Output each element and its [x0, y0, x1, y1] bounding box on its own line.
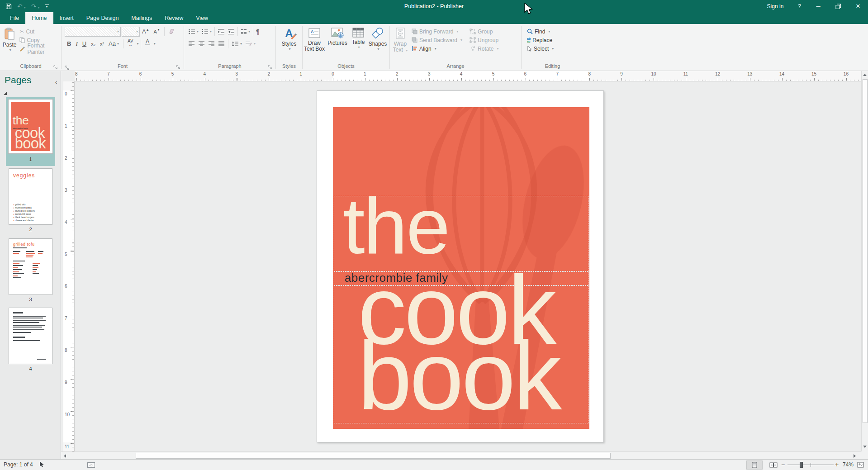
decrease-indent-button[interactable] — [218, 28, 225, 35]
tab-review[interactable]: Review — [158, 12, 190, 24]
horizontal-scrollbar[interactable] — [61, 451, 861, 459]
align-button[interactable]: Align▾ — [410, 44, 464, 53]
columns-button[interactable]: ▾ — [241, 28, 250, 35]
replace-button[interactable]: abac Replace — [526, 36, 583, 44]
align-center-button[interactable] — [198, 41, 205, 47]
scroll-up-icon[interactable] — [863, 74, 867, 76]
help-button[interactable]: ? — [791, 0, 808, 12]
tab-view[interactable]: View — [190, 12, 214, 24]
close-button[interactable]: ✕ — [848, 0, 868, 12]
superscript-button[interactable]: x² — [98, 39, 106, 49]
tab-file[interactable]: File — [4, 12, 25, 24]
horizontal-ruler: 87654321012345678910111213141516 — [75, 71, 861, 81]
scroll-left-icon[interactable] — [64, 454, 66, 458]
cut-button[interactable]: ✂ Cut — [18, 27, 61, 36]
bring-forward-button[interactable]: Bring Forward▾ — [410, 27, 464, 36]
change-case-button[interactable]: Aa▾ — [106, 39, 121, 49]
sign-in-button[interactable]: Sign in — [760, 0, 791, 12]
vertical-scrollbar-thumb[interactable] — [863, 79, 868, 423]
restore-button[interactable] — [828, 0, 848, 12]
canvas[interactable]: the abercrombie family cook book — [75, 81, 861, 451]
styles-icon: A — [285, 28, 293, 39]
tab-insert[interactable]: Insert — [53, 12, 80, 24]
special-characters-button[interactable]: ¶ — [256, 28, 260, 35]
grow-font-button[interactable]: A▲ — [140, 27, 152, 37]
select-button[interactable]: Select▾ — [526, 44, 583, 53]
wrap-text-button[interactable]: WrapText ▾ — [390, 25, 410, 62]
vertical-scrollbar[interactable] — [861, 71, 868, 451]
align-right-button[interactable] — [208, 41, 215, 47]
cover-background[interactable]: the abercrombie family cook book — [333, 107, 589, 429]
collapse-pages-panel-icon[interactable]: ‹ — [55, 79, 57, 85]
page-indicator[interactable]: Page: 1 of 4 — [4, 461, 33, 468]
line-spacing-button[interactable]: ▾ — [232, 41, 242, 47]
workspace: Pages ‹ the abercrombie family cook book… — [0, 71, 868, 459]
shapes-button[interactable]: Shapes ▾ — [367, 25, 388, 62]
publication-page[interactable]: the abercrombie family cook book — [317, 90, 604, 442]
zoom-slider-thumb[interactable] — [800, 462, 803, 468]
page-thumbnail-4[interactable] — [9, 308, 52, 364]
font-size-combo[interactable]: ▾ — [122, 27, 140, 37]
page-number-3[interactable]: 3 — [6, 297, 55, 302]
page-number-2[interactable]: 2 — [6, 227, 55, 232]
bold-button[interactable]: B — [65, 39, 73, 49]
paragraph-shading-button[interactable]: ▾ — [245, 41, 256, 47]
align-left-button[interactable] — [188, 41, 195, 47]
object-position-icon[interactable] — [87, 462, 95, 468]
scroll-down-icon[interactable] — [863, 446, 867, 448]
fit-page-button[interactable] — [857, 462, 864, 468]
page-number-1[interactable]: 1 — [6, 157, 55, 162]
font-name-combo[interactable]: ▾ — [65, 27, 121, 37]
thumbnail-cover-art: the abercrombie family cook book — [11, 102, 50, 151]
italic-button[interactable]: I — [73, 39, 80, 49]
clipboard-dialog-launcher[interactable] — [53, 65, 58, 70]
thumbnail-3-heading: grilled tofu — [13, 242, 35, 247]
justify-button[interactable] — [218, 41, 225, 47]
zoom-level[interactable]: 74% — [843, 461, 854, 468]
h-ruler-mark: 14 — [779, 71, 784, 76]
underline-button[interactable]: U — [80, 39, 89, 49]
zoom-in-button[interactable]: + — [835, 461, 839, 468]
paragraph-dialog-launcher[interactable] — [268, 65, 273, 70]
pictures-button[interactable]: Pictures — [326, 25, 349, 62]
page-thumbnail-1[interactable]: the abercrombie family cook book — [8, 99, 53, 154]
find-icon — [527, 28, 533, 34]
single-page-view-button[interactable] — [746, 461, 763, 470]
horizontal-scrollbar-thumb[interactable] — [136, 453, 611, 459]
format-painter-button[interactable]: Format Painter — [18, 44, 61, 53]
h-ruler-mark: 2 — [267, 71, 270, 76]
rotate-button[interactable]: Rotate▾ — [468, 44, 500, 53]
shrink-font-button[interactable]: A▼ — [152, 27, 162, 37]
send-backward-button[interactable]: Send Backward▾ — [410, 36, 464, 44]
tab-page-design[interactable]: Page Design — [80, 12, 125, 24]
font-color-button[interactable]: A — [143, 39, 152, 49]
ungroup-button[interactable]: Ungroup — [468, 36, 500, 44]
scroll-right-icon[interactable] — [854, 454, 856, 458]
table-button[interactable]: Table ▾ — [349, 25, 367, 62]
group-button[interactable]: Group — [468, 27, 500, 36]
paste-button[interactable]: Paste ▾ — [1, 25, 18, 62]
find-button[interactable]: Find▾ — [526, 27, 583, 36]
character-spacing-button[interactable]: AV↔ — [125, 39, 136, 49]
zoom-out-button[interactable]: − — [781, 461, 785, 468]
two-page-view-button[interactable] — [765, 461, 782, 470]
bullets-button[interactable]: ▾ — [188, 28, 199, 35]
h-ruler-mark: 7 — [556, 71, 559, 76]
page-thumbnail-2[interactable]: veggies » grilled tofu» mushroom pizza» … — [9, 168, 52, 225]
clear-formatting-button[interactable] — [166, 27, 177, 37]
page-number-4[interactable]: 4 — [6, 366, 55, 371]
subscript-button[interactable]: x₂ — [89, 39, 98, 49]
increase-indent-button[interactable] — [228, 28, 235, 35]
styles-button[interactable]: A Styles ▾ — [276, 25, 302, 62]
shapes-icon — [371, 28, 384, 39]
tab-home[interactable]: Home — [25, 12, 53, 24]
h-ruler-mark: 7 — [107, 71, 110, 76]
draw-text-box-button[interactable]: A DrawText Box — [303, 25, 326, 62]
font-dialog-launcher[interactable] — [176, 65, 181, 70]
tab-mailings[interactable]: Mailings — [125, 12, 158, 24]
numbering-button[interactable]: ▾ — [201, 28, 212, 35]
ribbon: Paste ▾ ✂ Cut Copy — [0, 24, 868, 71]
minimize-button[interactable]: ─ — [808, 0, 828, 12]
page-thumbnail-3[interactable]: grilled tofu — [9, 238, 52, 295]
ruler-origin-icon[interactable] — [65, 66, 70, 71]
